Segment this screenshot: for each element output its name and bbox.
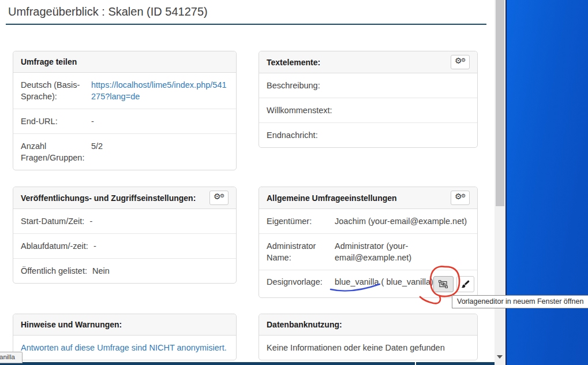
table-row: Anzahl Fragen/Gruppen: 5/2	[13, 134, 236, 170]
browser-status-bar: anilla	[0, 352, 23, 363]
panel-share-header: Umfrage teilen	[13, 51, 236, 73]
panel-publication-header: Veröffentlichungs- und Zugriffseinstellu…	[13, 187, 236, 209]
row-label: Endnachricht:	[267, 129, 318, 141]
row-label: Öffentlich gelistet:	[21, 265, 87, 277]
row-label: Deutsch (Basis-Sprache):	[21, 79, 91, 102]
row-label: Beschreibung:	[267, 80, 320, 91]
row-label: Start-Datum/Zeit:	[21, 215, 84, 227]
panel-general-header: Allgemeine Umfrageeinstellungen ⚙⚙	[259, 187, 477, 209]
template-editor-tooltip: Vorlageneditor in neuem Fenster öffnen	[452, 295, 588, 308]
footer-bar	[0, 362, 495, 365]
paintbrush-icon	[461, 280, 470, 289]
open-template-editor-button[interactable]	[433, 276, 454, 292]
panel-publication-title: Veröffentlichungs- und Zugriffseinstellu…	[21, 193, 196, 203]
panel-text-elements: Textelemente: ⚙⚙ Beschreibung: Willkomme…	[259, 51, 478, 148]
table-row: Eigentümer: Joachim (your-email@example.…	[259, 209, 477, 234]
row-value: -	[89, 215, 229, 227]
table-row: Administrator Name: Administrator (your-…	[259, 234, 477, 270]
text-elements-settings-button[interactable]: ⚙⚙	[451, 55, 470, 69]
table-row: Öffentlich gelistet: Nein	[13, 259, 236, 283]
row-label: Designvorlage:	[267, 276, 335, 292]
row-value: -	[93, 240, 229, 252]
table-row: Deutsch (Basis-Sprache): https://localho…	[13, 73, 236, 109]
row-label: Ablaufdatum/-zeit:	[21, 240, 88, 252]
panel-database-header: Datenbanknutzung:	[259, 314, 477, 336]
theme-name-value: blue_vanilla ( blue_vanilla)	[335, 276, 433, 292]
panel-database-usage: Datenbanknutzung: Keine Informationen od…	[259, 314, 478, 360]
panel-general-title: Allgemeine Umfrageeinstellungen	[267, 193, 397, 203]
row-label: Willkommenstext:	[267, 105, 332, 116]
survey-url-link[interactable]: https://localhost/lime5/index.php/541275…	[91, 79, 229, 102]
anonymized-warning-text: Antworten auf diese Umfrage sind NICHT a…	[21, 342, 227, 353]
page-title: Umfrageüberblick : Skalen (ID 541275)	[8, 5, 208, 18]
panel-hints-header: Hinweise und Warnungen:	[13, 314, 236, 336]
vertical-scrollbar[interactable]	[495, 0, 505, 365]
gear-icon: ⚙⚙	[455, 56, 462, 65]
survey-overview-page: Umfrageüberblick : Skalen (ID 541275) Um…	[0, 0, 588, 365]
row-label: Eigentümer:	[267, 215, 335, 227]
gear-icon: ⚙⚙	[214, 192, 221, 201]
panel-hints-warnings: Hinweise und Warnungen: Antworten auf di…	[13, 314, 237, 360]
table-row: Start-Datum/Zeit: -	[13, 209, 236, 234]
panel-database-title: Datenbanknutzung:	[267, 320, 342, 329]
panel-hints-title: Hinweise und Warnungen:	[21, 320, 122, 329]
row-value: Administrator (your-email@example.net)	[335, 240, 457, 263]
footer-bar-gap	[415, 362, 416, 365]
panel-publication-access: Veröffentlichungs- und Zugriffseinstellu…	[13, 187, 237, 284]
theme-editor-button[interactable]	[456, 276, 474, 292]
panel-text-elements-header: Textelemente: ⚙⚙	[259, 51, 477, 73]
table-row: Beschreibung:	[259, 73, 477, 98]
row-value: Nein	[92, 265, 229, 277]
panel-share-title: Umfrage teilen	[21, 57, 77, 66]
scrollbar-down-arrow-icon[interactable]	[497, 355, 503, 359]
table-row: Designvorlage: blue_vanilla ( blue_vanil…	[259, 270, 477, 297]
title-underline	[6, 24, 486, 25]
panel-share-survey: Umfrage teilen Deutsch (Basis-Sprache): …	[13, 51, 237, 170]
panel-general-settings: Allgemeine Umfrageeinstellungen ⚙⚙ Eigen…	[259, 187, 478, 298]
table-row: End-URL: -	[13, 109, 236, 134]
table-row: Willkommenstext:	[259, 98, 477, 123]
database-usage-text: Keine Informationen oder keine Daten gef…	[267, 342, 445, 353]
desktop-wallpaper	[505, 0, 588, 365]
object-group-icon	[439, 280, 448, 288]
table-row: Endnachricht:	[259, 123, 477, 147]
panel-text-elements-title: Textelemente:	[267, 58, 320, 67]
row-value: -	[91, 116, 229, 127]
row-label: End-URL:	[21, 116, 91, 127]
general-settings-button[interactable]: ⚙⚙	[451, 191, 470, 205]
row-label: Administrator Name:	[267, 240, 335, 263]
row-value: Joachim (your-email@example.net)	[335, 215, 470, 227]
table-row: Antworten auf diese Umfrage sind NICHT a…	[13, 336, 236, 360]
gear-icon: ⚙⚙	[455, 192, 462, 201]
scrollbar-thumb[interactable]	[496, 0, 504, 206]
table-row: Ablaufdatum/-zeit: -	[13, 234, 236, 259]
row-label: Anzahl Fragen/Gruppen:	[21, 140, 91, 163]
row-value: 5/2	[91, 140, 229, 163]
table-row: Keine Informationen oder keine Daten gef…	[259, 336, 477, 360]
publication-settings-button[interactable]: ⚙⚙	[209, 191, 229, 205]
